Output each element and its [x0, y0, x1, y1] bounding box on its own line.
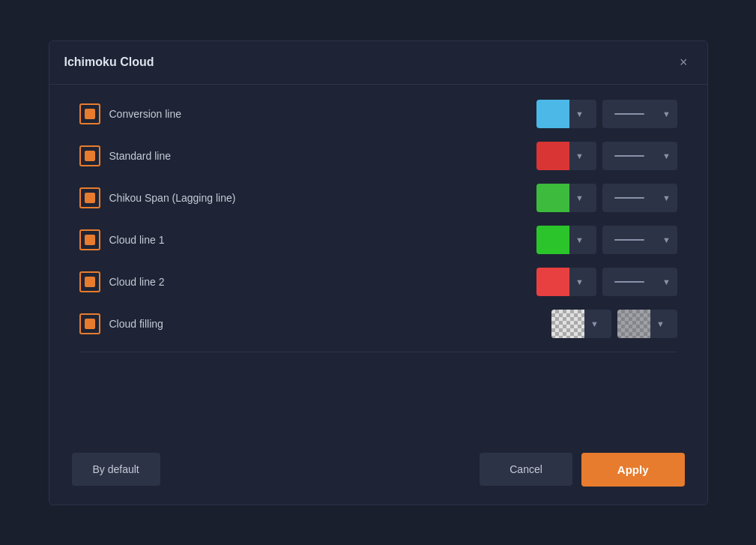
controls-standard-line: ▼ ▼	[536, 142, 677, 170]
chevron-down-icon[interactable]: ▼	[569, 100, 590, 128]
label-cloud-filling: Cloud filling	[109, 318, 542, 330]
row-conversion-line: Conversion line ▼ ▼	[79, 100, 677, 128]
row-cloud-line-1: Cloud line 1 ▼ ▼	[79, 226, 677, 254]
controls-cloud-line-1: ▼ ▼	[536, 226, 677, 254]
row-standard-line: Standard line ▼ ▼	[79, 142, 677, 170]
label-conversion-line: Conversion line	[109, 108, 527, 120]
dialog-title: Ichimoku Cloud	[64, 55, 154, 69]
checkbox-cloud-line-1[interactable]	[79, 229, 100, 250]
line-style-cloud-line-2[interactable]: ▼	[602, 268, 677, 296]
checkbox-cloud-line-2[interactable]	[79, 271, 100, 292]
dialog-header: Ichimoku Cloud ×	[49, 41, 707, 85]
color-swatch-cloud-line-2	[536, 268, 569, 296]
apply-button[interactable]: Apply	[581, 453, 685, 487]
checkbox-chikou-span[interactable]	[79, 187, 100, 208]
checkbox-inner	[85, 109, 95, 119]
divider	[79, 352, 677, 352]
line-preview	[602, 268, 656, 296]
chevron-down-icon[interactable]: ▼	[569, 226, 590, 254]
line-preview	[602, 184, 656, 212]
dash-line	[614, 113, 644, 115]
color-swatch-cloud-line-1	[536, 226, 569, 254]
color-picker-cloud-line-2[interactable]: ▼	[536, 268, 596, 296]
chevron-down-icon[interactable]: ▼	[569, 268, 590, 296]
row-chikou-span: Chikou Span (Lagging line) ▼ ▼	[79, 184, 677, 212]
controls-conversion-line: ▼ ▼	[536, 100, 677, 128]
checkbox-inner	[85, 151, 95, 161]
dialog-body: Conversion line ▼ ▼ Standard line	[49, 85, 707, 441]
controls-cloud-line-2: ▼ ▼	[536, 268, 677, 296]
chevron-down-icon[interactable]: ▼	[656, 268, 677, 296]
checkbox-standard-line[interactable]	[79, 145, 100, 166]
controls-chikou-span: ▼ ▼	[536, 184, 677, 212]
label-cloud-line-2: Cloud line 2	[109, 276, 527, 288]
line-style-conversion-line[interactable]: ▼	[602, 100, 677, 128]
chevron-down-icon[interactable]: ▼	[656, 100, 677, 128]
by-default-button[interactable]: By default	[72, 453, 160, 486]
row-cloud-line-2: Cloud line 2 ▼ ▼	[79, 268, 677, 296]
dash-line	[614, 155, 644, 157]
dash-line	[614, 239, 644, 241]
ichimoku-cloud-dialog: Ichimoku Cloud × Conversion line ▼ ▼	[49, 40, 708, 505]
checkbox-inner	[85, 277, 95, 287]
cancel-button[interactable]: Cancel	[480, 453, 572, 486]
chevron-down-icon[interactable]: ▼	[584, 310, 605, 338]
line-preview	[602, 142, 656, 170]
checkbox-inner	[85, 319, 95, 329]
checkbox-conversion-line[interactable]	[79, 103, 100, 124]
color-picker-conversion-line[interactable]: ▼	[536, 100, 596, 128]
checkbox-inner	[85, 193, 95, 203]
color-picker-cloud-filling-1[interactable]: ▼	[551, 310, 611, 338]
close-button[interactable]: ×	[675, 53, 692, 72]
chevron-down-icon[interactable]: ▼	[650, 310, 671, 338]
chevron-down-icon[interactable]: ▼	[569, 184, 590, 212]
chevron-down-icon[interactable]: ▼	[569, 142, 590, 170]
dash-line	[614, 281, 644, 283]
controls-cloud-filling: ▼ ▼	[551, 310, 677, 338]
line-preview	[602, 100, 656, 128]
label-cloud-line-1: Cloud line 1	[109, 234, 527, 246]
label-standard-line: Standard line	[109, 150, 527, 162]
line-style-cloud-line-1[interactable]: ▼	[602, 226, 677, 254]
line-style-chikou-span[interactable]: ▼	[602, 184, 677, 212]
label-chikou-span: Chikou Span (Lagging line)	[109, 192, 527, 204]
color-swatch-cloud-filling-1	[551, 310, 584, 338]
chevron-down-icon[interactable]: ▼	[656, 226, 677, 254]
chevron-down-icon[interactable]: ▼	[656, 142, 677, 170]
checkbox-cloud-filling[interactable]	[79, 313, 100, 334]
color-picker-cloud-filling-2[interactable]: ▼	[617, 310, 677, 338]
line-style-standard-line[interactable]: ▼	[602, 142, 677, 170]
color-picker-standard-line[interactable]: ▼	[536, 142, 596, 170]
color-swatch-conversion-line	[536, 100, 569, 128]
color-picker-cloud-line-1[interactable]: ▼	[536, 226, 596, 254]
color-swatch-standard-line	[536, 142, 569, 170]
chevron-down-icon[interactable]: ▼	[656, 184, 677, 212]
color-swatch-chikou-span	[536, 184, 569, 212]
checkbox-inner	[85, 235, 95, 245]
dash-line	[614, 197, 644, 199]
color-picker-chikou-span[interactable]: ▼	[536, 184, 596, 212]
color-swatch-cloud-filling-2	[617, 310, 650, 338]
dialog-footer: By default Cancel Apply	[49, 441, 707, 505]
row-cloud-filling: Cloud filling ▼ ▼	[79, 310, 677, 338]
line-preview	[602, 226, 656, 254]
